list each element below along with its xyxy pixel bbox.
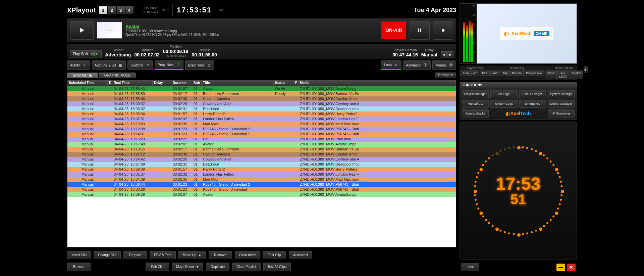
table-row[interactable]: Manual04-04-23 18:03:0200:02:3101Deadpoo… bbox=[67, 106, 456, 111]
action-remove[interactable]: Remove bbox=[209, 251, 232, 259]
table-row[interactable]: Manual04-04-23 18:00:3700:02:2601Cowboy … bbox=[67, 101, 456, 106]
stretch-nolbox[interactable]: No LBOX bbox=[557, 71, 569, 79]
table-row[interactable]: Manual04-04-23 18:29:3900:01:5701Harry P… bbox=[67, 167, 456, 172]
aspect-169[interactable]: 16:9 bbox=[480, 71, 490, 76]
aspect-43[interactable]: 4:3 bbox=[471, 71, 480, 76]
stop-button[interactable] bbox=[433, 21, 453, 40]
table-row[interactable]: Manual04-04-23 18:36:4400:01:2301P56743 … bbox=[67, 182, 456, 187]
fn-ip-streaming[interactable]: IP Streaming bbox=[548, 109, 575, 118]
channel-tab-1[interactable]: 1 bbox=[99, 6, 107, 14]
table-row[interactable]: Manual04-04-23 18:19:5500:02:1701Batman … bbox=[67, 147, 456, 152]
action-insert-clip[interactable]: Insert Clip bbox=[67, 251, 91, 259]
table-row[interactable]: Manual04-04-23 17:58:0600:02:3001Capitan… bbox=[67, 96, 456, 101]
action-autoscroll[interactable]: Autoscroll bbox=[289, 251, 312, 259]
table-row[interactable]: Manual04-04-23 18:12:3800:01:2301P56743 … bbox=[67, 127, 456, 132]
table-row[interactable]: Manual04-04-23 17:53:4300:02:0701AvatarO… bbox=[67, 86, 456, 91]
col-sub[interactable]: Sub bbox=[192, 80, 202, 86]
nav-next-button[interactable]: ▶ bbox=[447, 51, 453, 57]
now-playing-bar: AxelTech Avatar Z:\HD\HD1080_MOV\Avatar2… bbox=[67, 18, 456, 42]
nav-prev-button[interactable]: ◀ bbox=[441, 51, 447, 57]
switcher-button[interactable]: Switcher⠿ bbox=[127, 60, 153, 70]
auto-icon: Ⓐ bbox=[423, 63, 428, 67]
action-clear-playlist[interactable]: Clear Playlist bbox=[232, 263, 260, 271]
fn-squeezebacks[interactable]: Squeezebacks bbox=[462, 109, 489, 118]
aspect-auto[interactable]: Auto bbox=[461, 71, 471, 76]
realign-button[interactable]: Realign ↻ bbox=[435, 73, 456, 78]
table-row[interactable]: Manual04-04-23 18:31:3700:02:3201London … bbox=[67, 172, 456, 177]
exact-time-button[interactable]: Exact Time◷ bbox=[185, 60, 214, 70]
stretch-lbox[interactable]: LBOX bbox=[545, 71, 557, 79]
stat-position: Position 00:00:08.18 TC 01:00:15.14 bbox=[163, 45, 189, 57]
table-row[interactable]: Manual04-04-23 18:17:4800:02:0701AvatarZ… bbox=[67, 142, 456, 147]
table-row[interactable]: Manual04-04-23 18:34:0900:02:3501Mad Max… bbox=[67, 177, 456, 182]
minimize-button[interactable]: — bbox=[556, 264, 565, 271]
fn-emergency[interactable]: Emergency bbox=[519, 100, 546, 108]
action-prv-trim[interactable]: PRV & Trim bbox=[150, 251, 176, 259]
action-duplicate[interactable]: Duplicate bbox=[206, 263, 229, 271]
fn-air-logs[interactable]: Air Logs bbox=[490, 90, 517, 98]
action-clear-aired[interactable]: Clear Aired bbox=[235, 251, 260, 259]
play-button[interactable] bbox=[70, 21, 94, 40]
table-row[interactable]: Manual04-04-23 18:22:1200:02:3001Capitan… bbox=[67, 152, 456, 157]
automatic-button[interactable]: AutomaticⒶ bbox=[403, 60, 431, 70]
col-p[interactable]: P bbox=[294, 80, 299, 86]
interlace-top[interactable]: Top bbox=[501, 71, 510, 76]
fn-playlist-manager[interactable]: Playlist Manager bbox=[462, 90, 489, 98]
close-button[interactable]: ✕ bbox=[567, 264, 576, 271]
play-split-button[interactable]: Play Split ◄||► bbox=[70, 50, 102, 57]
interlace-auto[interactable]: Auto bbox=[490, 71, 501, 76]
manual-button[interactable]: ManualⓂ bbox=[432, 60, 456, 70]
forward-icon: ⦿ bbox=[176, 63, 180, 67]
autocg-button[interactable]: Auto CG & SB▦ bbox=[92, 60, 126, 70]
prep-next-button[interactable]: Prep. Next⦿ bbox=[155, 60, 183, 70]
mute-button[interactable] bbox=[584, 66, 588, 73]
channel-tab-2[interactable]: 2 bbox=[108, 6, 116, 14]
fn-system-settings[interactable]: System Settings bbox=[548, 90, 575, 98]
table-row[interactable]: Manual04-04-23 18:15:2300:02:2501PaulZ:\… bbox=[67, 137, 456, 142]
col-media[interactable]: Media bbox=[299, 80, 456, 86]
table-row[interactable]: Manual04-04-23 18:10:0300:02:3501Mad Max… bbox=[67, 122, 456, 127]
action-edit-clip[interactable]: Edit Clip bbox=[146, 263, 169, 271]
stat-duration: Duration 00:02:07.02 bbox=[134, 48, 160, 57]
stat-delay: Delay Manual bbox=[421, 48, 437, 57]
manual-icon: Ⓜ bbox=[448, 63, 453, 67]
fn-manual-cg[interactable]: Manual CG bbox=[462, 100, 489, 108]
fn-system-logs[interactable]: System Logs bbox=[490, 100, 517, 108]
graphic-mode-tab[interactable]: GRAPHIC MODE bbox=[99, 73, 136, 78]
table-row[interactable]: Manual04-04-23 17:55:5000:02:1701Batman … bbox=[67, 91, 456, 96]
action-change-clip[interactable]: Change Clip bbox=[94, 251, 121, 259]
col-title[interactable]: Title bbox=[202, 80, 274, 86]
stretch-stretch[interactable]: Stretch bbox=[570, 71, 583, 79]
table-row[interactable]: Manual04-04-23 18:24:4200:02:2601Cowboy … bbox=[67, 157, 456, 162]
table-row[interactable]: Manual04-04-23 18:27:0800:02:3101Deadpoo… bbox=[67, 162, 456, 167]
table-row[interactable]: Manual04-04-23 18:07:3100:02:3201London … bbox=[67, 117, 456, 122]
stat-gender: Gender Advertising bbox=[105, 48, 131, 57]
table-row[interactable]: Manual04-04-23 18:14:0100:01:2301P56743 … bbox=[67, 132, 456, 137]
channel-tab-3[interactable]: 3 bbox=[117, 6, 125, 14]
fn-edit-cg-pages[interactable]: Edit CG Pages bbox=[519, 90, 546, 98]
interlace-progressive[interactable]: Progressive bbox=[524, 71, 544, 76]
action-move-up[interactable]: Move Up ▲ bbox=[178, 251, 206, 259]
fn-device-manager[interactable]: Device Manager bbox=[548, 100, 575, 108]
pause-button[interactable] bbox=[410, 21, 430, 40]
action-move-down[interactable]: Move Down ▼ bbox=[172, 263, 203, 271]
interlace-bottom[interactable]: Bottom bbox=[510, 71, 524, 76]
lock-button[interactable]: Lock bbox=[461, 263, 479, 271]
col-duration[interactable]: Duration bbox=[171, 80, 192, 86]
loop-button[interactable]: Loop↻ bbox=[381, 60, 401, 70]
action-prepare[interactable]: Prepare bbox=[123, 251, 147, 259]
col-delay[interactable]: Delay bbox=[153, 80, 171, 86]
table-row[interactable]: Manual04-04-23 18:39:2900:02:0701AvatarZ… bbox=[67, 192, 456, 197]
col-status[interactable]: Status bbox=[274, 80, 294, 86]
action-browse[interactable]: Browse bbox=[67, 263, 91, 271]
grid-mode-tab[interactable]: GRID MODE bbox=[67, 73, 98, 78]
action-test-all-clips[interactable]: Test All Clips bbox=[263, 263, 291, 271]
col-e[interactable]: E bbox=[108, 80, 112, 86]
autofill-button[interactable]: Autofill≡ bbox=[67, 60, 90, 70]
table-row[interactable]: Manual04-04-23 18:05:3400:01:5701Harry P… bbox=[67, 111, 456, 117]
col-realtime[interactable]: Real Time bbox=[112, 80, 153, 86]
action-test-clip[interactable]: Test Clip bbox=[263, 251, 286, 259]
channel-tab-4[interactable]: 4 bbox=[125, 6, 133, 14]
table-row[interactable]: Manual04-04-23 18:38:0600:01:2301P56743 … bbox=[67, 187, 456, 192]
col-scheduled[interactable]: Scheduled Time bbox=[67, 80, 108, 86]
